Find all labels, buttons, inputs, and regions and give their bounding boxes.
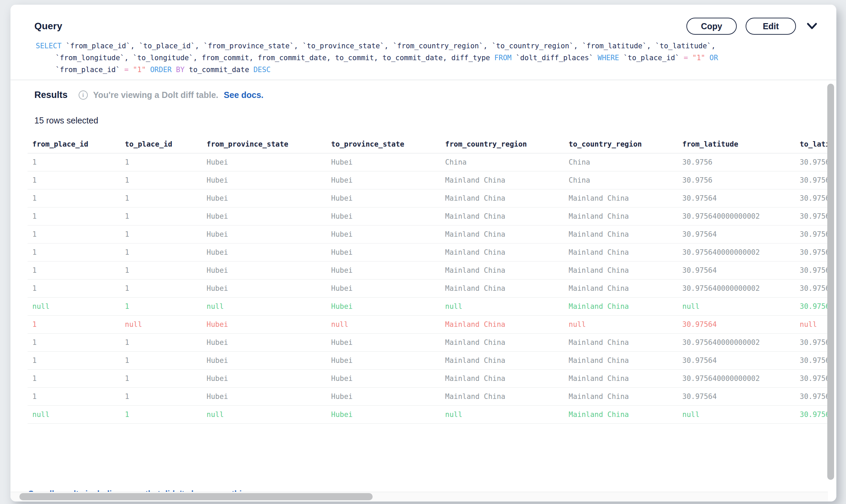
table-cell: 1	[120, 387, 202, 405]
table-row: 11HubeiHubeiMainland ChinaMainland China…	[28, 369, 831, 387]
table-header-row: from_place_idto_place_idfrom_province_st…	[28, 135, 831, 153]
table-cell: Mainland China	[564, 333, 678, 351]
table-cell: 1	[120, 333, 202, 351]
table-cell: 1	[28, 279, 120, 297]
table-cell: 30.9756	[795, 369, 831, 387]
rows-selected-count: 15 rows selected	[34, 116, 98, 125]
table-cell: Mainland China	[564, 351, 678, 369]
table-cell: Hubei	[202, 315, 326, 333]
table-cell: 1	[28, 153, 120, 171]
sql-line: `from_place_id` = "1" ORDER BY to_commit…	[36, 64, 823, 76]
table-cell: 30.9756	[795, 351, 831, 369]
table-cell: Hubei	[326, 207, 440, 225]
table-cell: 1	[120, 153, 202, 171]
table-row: 11HubeiHubeiMainland ChinaMainland China…	[28, 261, 831, 279]
table-cell: Mainland China	[564, 207, 678, 225]
table-cell: China	[564, 153, 678, 171]
table-cell: Hubei	[326, 405, 440, 423]
table-cell: Hubei	[202, 189, 326, 207]
vertical-scrollbar-thumb[interactable]	[827, 84, 834, 480]
results-section: Results i You're viewing a Dolt diff tab…	[11, 81, 836, 501]
table-cell: Mainland China	[440, 351, 564, 369]
table-cell: 30.97564	[678, 225, 795, 243]
table-cell: Hubei	[202, 207, 326, 225]
table-cell: Mainland China	[564, 189, 678, 207]
results-table: from_place_idto_place_idfrom_province_st…	[28, 135, 831, 424]
table-cell: Hubei	[326, 189, 440, 207]
table-cell: Mainland China	[440, 369, 564, 387]
table-cell: 1	[28, 189, 120, 207]
table-cell: 30.97564	[678, 261, 795, 279]
query-header-row: Query Copy Edit	[11, 5, 836, 35]
table-cell: Mainland China	[440, 207, 564, 225]
table-cell: 1	[28, 243, 120, 261]
table-cell: Mainland China	[440, 171, 564, 189]
table-cell: 1	[120, 171, 202, 189]
table-cell: Mainland China	[564, 225, 678, 243]
horizontal-scrollbar[interactable]	[11, 492, 828, 501]
table-cell: 1	[28, 315, 120, 333]
table-cell: 1	[120, 351, 202, 369]
table-cell: Hubei	[326, 297, 440, 315]
table-cell: null	[28, 405, 120, 423]
results-title: Results	[34, 90, 68, 100]
table-cell: 1	[120, 369, 202, 387]
table-cell: Mainland China	[440, 279, 564, 297]
chevron-down-icon[interactable]	[807, 22, 817, 30]
table-row: 11HubeiHubeiMainland ChinaMainland China…	[28, 351, 831, 369]
table-row: 11HubeiHubeiMainland ChinaMainland China…	[28, 333, 831, 351]
table-cell: null	[202, 405, 326, 423]
table-row: null1nullHubeinullMainland Chinanull30.9…	[28, 405, 831, 423]
table-cell: Mainland China	[564, 369, 678, 387]
table-cell: 1	[28, 207, 120, 225]
edit-button[interactable]: Edit	[746, 18, 796, 35]
table-cell: 30.9756	[795, 261, 831, 279]
table-cell: Mainland China	[564, 297, 678, 315]
copy-button[interactable]: Copy	[686, 18, 737, 35]
table-cell: Mainland China	[564, 387, 678, 405]
table-cell: null	[120, 315, 202, 333]
column-header: to_place_id	[120, 135, 202, 153]
table-row: 1nullHubeinullMainland Chinanull30.97564…	[28, 315, 831, 333]
table-cell: 1	[28, 225, 120, 243]
table-cell: 30.9756	[795, 297, 831, 315]
table-row: null1nullHubeinullMainland Chinanull30.9…	[28, 297, 831, 315]
table-cell: 30.975640000000002	[678, 207, 795, 225]
table-cell: 30.9756	[795, 153, 831, 171]
table-cell: Mainland China	[440, 387, 564, 405]
table-cell: Hubei	[326, 153, 440, 171]
table-cell: 30.975640000000002	[678, 369, 795, 387]
table-cell: China	[564, 171, 678, 189]
table-row: 11HubeiHubeiMainland ChinaMainland China…	[28, 279, 831, 297]
table-cell: Mainland China	[564, 279, 678, 297]
table-cell: Hubei	[326, 171, 440, 189]
horizontal-scrollbar-thumb[interactable]	[19, 493, 373, 500]
table-cell: 30.9756	[795, 333, 831, 351]
table-cell: 30.975640000000002	[678, 333, 795, 351]
see-docs-link[interactable]: See docs.	[224, 90, 264, 100]
table-cell: Hubei	[326, 243, 440, 261]
results-table-viewport: from_place_idto_place_idfrom_province_st…	[28, 135, 831, 493]
table-cell: 30.9756	[795, 225, 831, 243]
table-row: 11HubeiHubeiChinaChina30.975630.9756	[28, 153, 831, 171]
table-cell: 1	[120, 405, 202, 423]
column-header: to_latitude	[795, 135, 831, 153]
table-cell: 1	[120, 225, 202, 243]
vertical-scrollbar[interactable]	[827, 84, 834, 489]
table-cell: 1	[28, 351, 120, 369]
sql-line: `from_longitude`, `to_longitude`, from_c…	[36, 52, 823, 64]
table-cell: null	[326, 315, 440, 333]
table-cell: null	[795, 315, 831, 333]
table-cell: Mainland China	[440, 261, 564, 279]
query-title: Query	[34, 21, 62, 32]
table-cell: Hubei	[326, 369, 440, 387]
table-cell: Mainland China	[440, 315, 564, 333]
table-cell: 1	[28, 261, 120, 279]
table-cell: Hubei	[202, 387, 326, 405]
column-header: from_place_id	[28, 135, 120, 153]
table-cell: null	[678, 405, 795, 423]
table-cell: Mainland China	[564, 243, 678, 261]
table-cell: 30.9756	[795, 387, 831, 405]
table-cell: null	[202, 297, 326, 315]
table-cell: 1	[120, 189, 202, 207]
